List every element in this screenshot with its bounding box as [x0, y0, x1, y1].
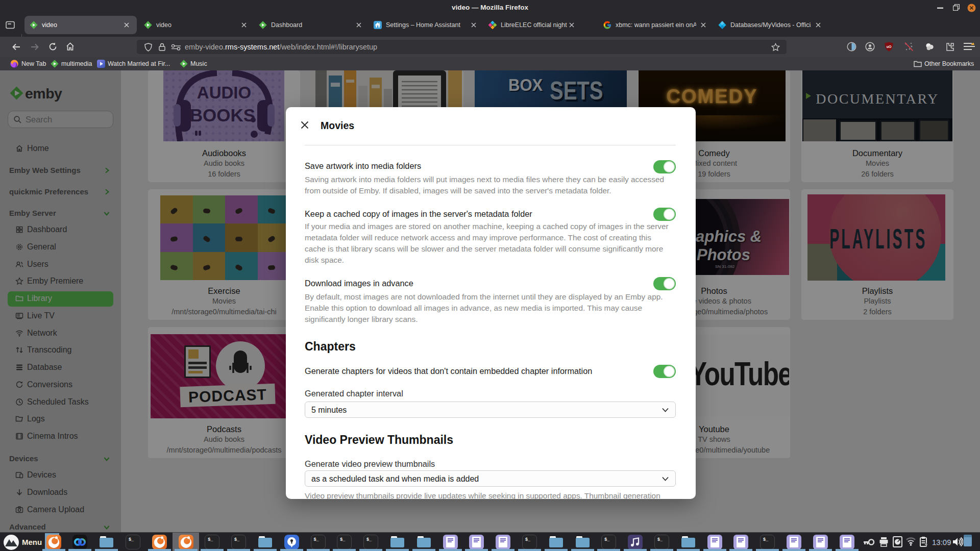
svg-text:uO: uO	[887, 45, 892, 48]
